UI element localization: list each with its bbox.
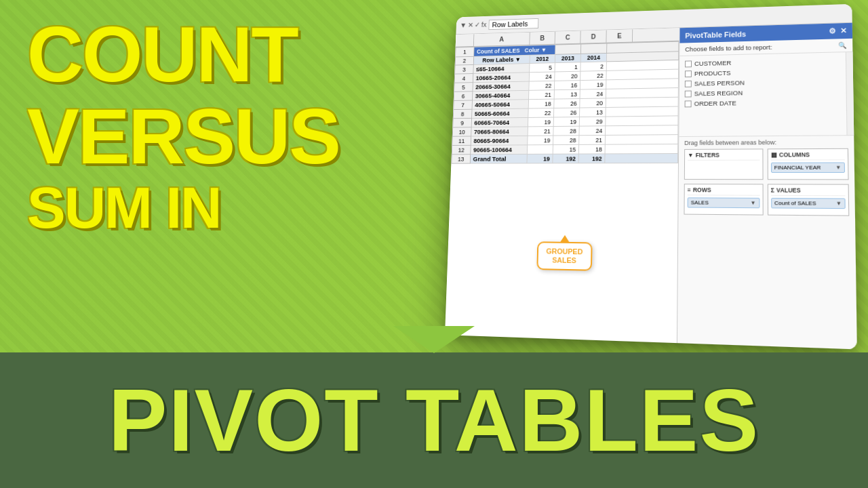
v2014: 22 xyxy=(580,70,607,80)
sales-row-item: SALES ▼ xyxy=(688,197,760,208)
v2012: 22 xyxy=(529,81,555,90)
empty-cell xyxy=(555,44,581,54)
sales-arrow[interactable]: ▼ xyxy=(750,200,755,206)
rows-values-row: ≡ ROWS SALES ▼ Σ xyxy=(684,184,849,216)
grand-total-label: Grand Total xyxy=(470,154,527,163)
v2013: 16 xyxy=(554,81,580,90)
panel-title: PivotTable Fields xyxy=(685,30,746,39)
callout-bubble: GROUPED SALES xyxy=(536,241,592,271)
row-label: 60665-70664 xyxy=(471,117,528,127)
rn: 10 xyxy=(452,127,471,137)
v2013: 28 xyxy=(553,136,578,145)
financial-year-item: FINANCIAL YEAR ▼ xyxy=(770,162,845,173)
close-icon[interactable]: ✕ xyxy=(840,26,847,35)
sales-label: SALES xyxy=(691,199,709,205)
pivot-table-area: A B C D E 1 Count of SALES Colur ▼ xyxy=(445,28,679,343)
v2012: 21 xyxy=(528,127,553,136)
extra xyxy=(605,135,678,145)
fy-label: FINANCIAL YEAR xyxy=(774,165,821,171)
formula-buttons: ▼ ✕ ✓ fx xyxy=(460,20,487,29)
v2014: 18 xyxy=(578,144,605,154)
row-label: 80665-90664 xyxy=(471,136,528,145)
v2012: 19 xyxy=(528,136,553,145)
year-2012: 2012 xyxy=(530,54,555,63)
row-num2: 2 xyxy=(455,56,474,65)
v2012: 24 xyxy=(529,72,555,81)
search-icon[interactable]: 🔍 xyxy=(838,41,847,49)
rn: 8 xyxy=(453,109,472,119)
v2013: 1 xyxy=(555,62,580,72)
pivot-table: 1 Count of SALES Colur ▼ 2 Row Labels ▼ … xyxy=(451,41,679,164)
filters-header: ▼ FILTERS xyxy=(688,151,760,160)
values-label: VALUES xyxy=(776,187,801,194)
rn: 5 xyxy=(454,83,473,92)
v2014: 24 xyxy=(579,126,606,136)
col-d: D xyxy=(580,30,606,43)
filters-columns-row: ▼ FILTERS ▦ COLUMNS FINANCIAL xyxy=(684,148,849,180)
pivot-fields-panel: PivotTable Fields ⚙ ✕ Choose fields to a… xyxy=(677,23,857,350)
checkbox-sales-person[interactable] xyxy=(685,80,692,87)
row-num-col xyxy=(456,34,475,46)
extra xyxy=(606,116,678,126)
fields-scrollbar[interactable] xyxy=(846,52,854,135)
field-order-date: ORDER DATE xyxy=(685,96,841,108)
field-label-sales-person: SALES PERSON xyxy=(694,79,745,87)
v2013: 13 xyxy=(554,89,580,99)
drag-areas: Drag fields between areas below: ▼ FILTE… xyxy=(678,135,855,223)
callout-line1: GROUPED xyxy=(546,247,583,256)
v2012 xyxy=(527,145,553,155)
values-header: Σ VALUES xyxy=(771,186,846,196)
drag-label: Drag fields between areas below: xyxy=(684,138,848,146)
v2012: 18 xyxy=(528,99,554,108)
grand-total-row: 13 Grand Total 19 192 192 xyxy=(452,153,678,163)
columns-box: ▦ COLUMNS FINANCIAL YEAR ▼ xyxy=(767,148,848,180)
callout-line2: SALES xyxy=(552,256,576,264)
title-line1: COUNT xyxy=(27,14,340,96)
title-line2: VERSUS xyxy=(27,96,340,178)
field-label-order-date: ORDER DATE xyxy=(694,99,736,107)
col-a: A xyxy=(474,33,530,46)
name-box[interactable]: Row Labels xyxy=(489,18,539,29)
v2014: 13 xyxy=(580,107,606,117)
field-label-products: PRODUCTS xyxy=(694,69,731,77)
row-label: 90665-100664 xyxy=(471,145,528,155)
excel-window: ▼ ✕ ✓ fx Row Labels A B C D xyxy=(445,4,857,350)
v2014: 21 xyxy=(579,135,606,144)
year-2014: 2014 xyxy=(580,53,606,62)
checkbox-order-date[interactable] xyxy=(685,100,692,107)
gear-icon[interactable]: ⚙ xyxy=(829,26,836,35)
row-label: 70665-80664 xyxy=(471,127,528,136)
extra xyxy=(606,125,678,136)
v2012: 19 xyxy=(528,117,553,127)
formula-btn-1: ▼ xyxy=(460,21,467,29)
v2013: 15 xyxy=(553,144,579,154)
columns-header: ▦ COLUMNS xyxy=(770,151,844,161)
checkbox-products[interactable] xyxy=(685,70,692,77)
columns-icon: ▦ xyxy=(770,151,776,158)
rn: 4 xyxy=(454,74,473,83)
v2012: 22 xyxy=(528,108,554,118)
year-2013: 2013 xyxy=(555,54,580,62)
count-sales-arrow[interactable]: ▼ xyxy=(836,201,842,207)
checkbox-customer[interactable] xyxy=(685,60,692,67)
main-title: COUNT VERSUS SUM IN xyxy=(27,14,340,238)
rows-box: ≡ ROWS SALES ▼ xyxy=(684,184,763,216)
v2013: 26 xyxy=(553,108,579,117)
v2014: 19 xyxy=(580,80,606,89)
count-sales-label: Count of SALES xyxy=(774,200,816,207)
v2014: 20 xyxy=(580,98,606,108)
extra xyxy=(605,153,678,163)
rn: 13 xyxy=(452,155,471,163)
row-label: 40665-50664 xyxy=(472,100,529,110)
rn: 11 xyxy=(452,136,471,145)
col-b: B xyxy=(530,32,555,45)
filters-label: FILTERS xyxy=(696,152,719,159)
rn: 9 xyxy=(453,118,472,127)
v2014: 2 xyxy=(580,62,606,71)
rn: 12 xyxy=(452,145,471,154)
checkbox-sales-region[interactable] xyxy=(685,90,692,97)
row-label: 50665-60664 xyxy=(472,108,529,118)
subtitle-text: Choose fields to add to report: xyxy=(685,43,772,53)
formula-btn-2: ✕ xyxy=(468,21,474,29)
fy-arrow[interactable]: ▼ xyxy=(835,165,842,171)
